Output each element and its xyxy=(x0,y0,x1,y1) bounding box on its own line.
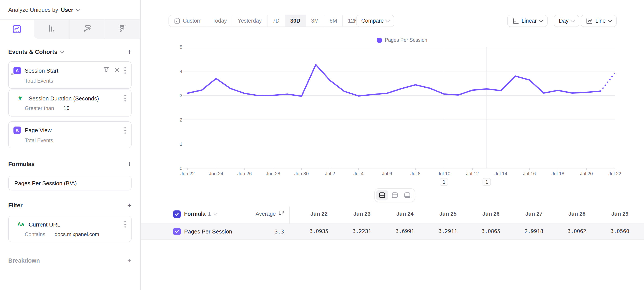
range-7d[interactable]: 7D xyxy=(267,15,285,27)
filter-card-current-url[interactable]: Aa Current URL Contains docs.mixpanel.co… xyxy=(8,216,132,242)
value-cell: 3.0062 xyxy=(556,228,598,234)
date-column-header[interactable]: Jun 29 xyxy=(598,211,642,217)
remove-icon[interactable] xyxy=(114,67,120,74)
add-event-button[interactable]: + xyxy=(127,48,132,56)
filter-condition[interactable]: Contains docs.mixpanel.com xyxy=(9,228,131,243)
events-cohorts-title: Events & Cohorts xyxy=(8,49,58,55)
condition-operator[interactable]: Contains xyxy=(25,231,46,237)
range-3m[interactable]: 3M xyxy=(306,15,324,27)
x-tick-label: Jul 18 xyxy=(552,171,564,176)
layout-split-button[interactable] xyxy=(376,190,388,200)
range-custom[interactable]: Custom xyxy=(169,15,207,27)
average-column-label[interactable]: Average xyxy=(256,211,276,217)
series-line xyxy=(188,65,600,96)
x-tick-label: Jul 22 xyxy=(608,171,622,176)
date-range-control: CustomTodayYesterday7D30D3M6M12M xyxy=(168,15,364,27)
layout-toggle xyxy=(374,188,415,202)
chart-legend[interactable]: Pages Per Session xyxy=(172,37,632,43)
event-card-session-start[interactable]: A Session Start Total Events xyxy=(8,61,132,89)
tab-bar-chart[interactable] xyxy=(34,20,69,39)
property-condition[interactable]: Greater than 10 xyxy=(9,102,131,117)
filter-funnel-icon[interactable] xyxy=(103,67,110,74)
visualization-tabs xyxy=(0,20,140,39)
condition-value[interactable]: 10 xyxy=(63,105,70,111)
add-formula-button[interactable]: + xyxy=(127,160,132,168)
x-tick-label: Jul 4 xyxy=(354,171,364,176)
value-cell: 3.2231 xyxy=(340,228,384,234)
event-name[interactable]: Session Start xyxy=(25,67,58,74)
compare-label: Compare xyxy=(361,18,384,24)
event-aggregation[interactable]: Total Events xyxy=(9,74,131,89)
range-30d[interactable]: 30D xyxy=(285,15,306,27)
date-column-header[interactable]: Jun 26 xyxy=(470,211,512,217)
layout-chart-only-button[interactable] xyxy=(389,190,401,200)
x-tick-label: Jul 16 xyxy=(523,171,536,176)
annotation-count: 1 xyxy=(442,180,445,185)
row-checkbox[interactable] xyxy=(173,228,181,235)
filter-property-name[interactable]: Current URL xyxy=(29,221,60,228)
analyze-value-dropdown[interactable]: User xyxy=(61,6,74,13)
chart-type-button[interactable]: Line xyxy=(580,15,616,27)
table-row[interactable]: Pages Per Session 3.3 3.09353.22313.6991… xyxy=(141,223,644,239)
event-name[interactable]: Page View xyxy=(25,127,52,133)
table-header-row: Formula 1 Average Jun 22Jun 23Jun 24Jun … xyxy=(141,204,644,223)
date-column-header[interactable]: Jun 24 xyxy=(384,211,426,217)
kebab-menu-icon[interactable] xyxy=(124,127,126,134)
date-column-header[interactable]: Jun 23 xyxy=(340,211,384,217)
x-tick-label: Jun 30 xyxy=(294,171,309,176)
condition-operator[interactable]: Greater than xyxy=(25,105,54,111)
x-tick-label: Jul 12 xyxy=(466,171,479,176)
y-tick-label: 1 xyxy=(180,141,182,147)
date-column-header[interactable]: Jun 27 xyxy=(512,211,556,217)
sort-icon[interactable] xyxy=(278,210,284,217)
x-tick-label: Jul 2 xyxy=(325,171,335,176)
chevron-down-icon xyxy=(539,18,543,22)
report-main: CustomTodayYesterday7D30D3M6M12M Compare… xyxy=(141,0,644,290)
date-columns: Jun 22Jun 23Jun 24Jun 25Jun 26Jun 27Jun … xyxy=(298,211,642,217)
layout-table-only-button[interactable] xyxy=(401,190,414,200)
chevron-down-icon xyxy=(214,212,217,215)
date-column-header[interactable]: Jun 22 xyxy=(298,211,340,217)
results-table: Formula 1 Average Jun 22Jun 23Jun 24Jun … xyxy=(141,204,644,239)
kebab-menu-icon[interactable] xyxy=(124,95,126,102)
formula-input[interactable]: Pages Per Session (B/A) xyxy=(8,176,132,190)
value-cell: 3.0560 xyxy=(598,228,642,234)
interval-button[interactable]: Day xyxy=(554,15,579,27)
group-label[interactable]: Formula xyxy=(184,211,206,217)
event-letter-badge: A xyxy=(14,67,21,74)
drag-handle-icon[interactable] xyxy=(10,70,14,77)
chevron-down-icon[interactable] xyxy=(60,50,64,53)
events-cohorts-header: Events & Cohorts + xyxy=(0,48,140,56)
property-card-session-duration[interactable]: # Session Duration (Seconds) Greater tha… xyxy=(8,90,132,117)
compare-button[interactable]: Compare xyxy=(356,15,394,27)
scale-button[interactable]: Linear xyxy=(507,15,548,27)
tab-insights[interactable] xyxy=(0,20,34,39)
add-breakdown-button[interactable]: + xyxy=(127,257,132,264)
add-filter-button[interactable]: + xyxy=(127,202,132,209)
date-column-header[interactable]: Jun 28 xyxy=(556,211,598,217)
kebab-menu-icon[interactable] xyxy=(124,67,126,74)
property-name[interactable]: Session Duration (Seconds) xyxy=(29,95,99,102)
event-card-page-view[interactable]: B Page View Total Events xyxy=(8,121,132,148)
interval-label: Day xyxy=(559,18,568,24)
line-chart[interactable]: 01234511Jun 22Jun 24Jun 26Jun 28Jun 30Ju… xyxy=(172,44,632,191)
chart-type-label: Line xyxy=(595,18,606,24)
breakdown-title: Breakdown xyxy=(8,257,40,264)
range-yesterday[interactable]: Yesterday xyxy=(232,15,267,27)
legend-swatch xyxy=(377,38,382,42)
x-tick-label: Jul 14 xyxy=(494,171,508,176)
annotation-count: 1 xyxy=(485,180,488,185)
range-today[interactable]: Today xyxy=(207,15,232,27)
tab-flow[interactable] xyxy=(69,20,105,39)
date-column-header[interactable]: Jun 25 xyxy=(426,211,470,217)
y-tick-label: 0 xyxy=(180,166,182,171)
metrics-grid-icon xyxy=(118,24,127,34)
string-property-icon: Aa xyxy=(17,221,26,227)
kebab-menu-icon[interactable] xyxy=(124,221,126,228)
tab-metrics[interactable] xyxy=(105,20,140,39)
event-aggregation[interactable]: Total Events xyxy=(9,134,131,149)
range-6m[interactable]: 6M xyxy=(324,15,342,27)
condition-value[interactable]: docs.mixpanel.com xyxy=(54,231,99,237)
legend-label: Pages Per Session xyxy=(385,37,427,43)
select-all-checkbox[interactable] xyxy=(173,210,181,218)
